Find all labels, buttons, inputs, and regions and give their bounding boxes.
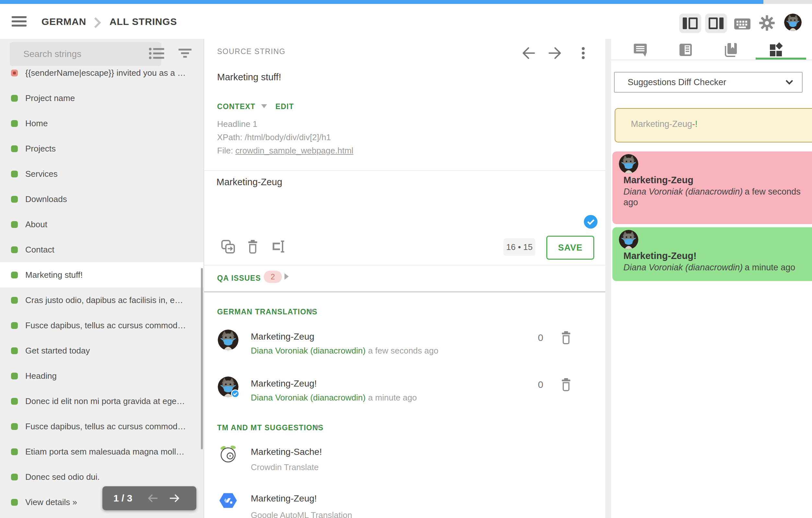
string-status-translated-icon xyxy=(11,145,18,152)
suggestion-source: Google AutoML Translation xyxy=(251,510,352,518)
save-button[interactable]: SAVE xyxy=(546,236,594,260)
divider xyxy=(611,60,812,60)
string-status-translated-icon xyxy=(11,246,18,253)
translation-byline: Diana Voroniak (dianacrowdin)a minute ag… xyxy=(251,393,417,403)
qa-issues-toggle[interactable]: QA ISSUES xyxy=(217,274,261,283)
breadcrumb-strings[interactable]: ALL STRINGS xyxy=(110,16,177,27)
suggestion-source: Crowdin Translate xyxy=(251,462,319,473)
suggestion-text[interactable]: Marketing-Zeug! xyxy=(251,493,317,504)
glossary-book-tab[interactable] xyxy=(723,42,738,58)
diff-added-char: ! xyxy=(695,119,698,129)
next-page-icon[interactable] xyxy=(168,493,181,504)
string-list-item-selected[interactable]: Marketing stuff! xyxy=(0,262,203,287)
string-status-translated-icon xyxy=(11,373,18,379)
previous-string-icon[interactable] xyxy=(520,45,536,61)
avatar xyxy=(619,230,638,249)
crowdin-editor-window: GERMAN ALL STRINGS xyxy=(0,0,812,518)
translation-text[interactable]: Marketing-Zeug xyxy=(251,332,314,342)
string-list-item[interactable]: Get started today xyxy=(0,338,203,363)
chevron-down-icon xyxy=(261,104,267,108)
diff-suggestion-old[interactable]: Marketing-Zeug Diana Voroniak (dianacrow… xyxy=(612,152,812,224)
translation-text[interactable]: Marketing-Zeug! xyxy=(251,378,317,389)
sidebar-scrollbar[interactable] xyxy=(201,268,203,449)
context-xpath: XPath: /html/body/div/div[2]/h1 xyxy=(217,132,331,143)
approved-check-badge[interactable] xyxy=(584,215,598,228)
string-status-translated-icon xyxy=(11,448,18,455)
edit-context-button[interactable]: EDIT xyxy=(276,102,294,111)
suggestion-byline: Diana Voroniak (dianacrowdin)a minute ag… xyxy=(624,262,803,273)
string-list-item[interactable]: Home xyxy=(0,111,203,136)
qa-issues-count-badge: 2 xyxy=(264,271,282,283)
author-link[interactable]: Diana Voroniak (dianacrowdin) xyxy=(251,393,366,402)
context-toggle[interactable]: CONTEXT xyxy=(217,102,255,111)
string-status-translated-icon xyxy=(11,347,18,354)
string-list-item[interactable]: Contact xyxy=(0,237,203,262)
avatar xyxy=(619,154,638,174)
string-list-item[interactable]: Downloads xyxy=(0,186,203,212)
header-bar: GERMAN ALL STRINGS xyxy=(0,4,812,39)
context-file-line: File: crowdin_sample_webpage.html xyxy=(217,146,353,156)
widgets-tab-active[interactable] xyxy=(768,42,784,58)
suggestion-text[interactable]: Marketing-Sache! xyxy=(251,447,322,457)
string-list-item[interactable]: Fusce dapibus, tellus ac cursus commod… xyxy=(0,313,203,338)
comments-tab[interactable] xyxy=(633,42,648,58)
chevron-right-icon xyxy=(92,16,103,29)
filter-icon[interactable] xyxy=(177,47,193,60)
string-status-translated-icon xyxy=(11,423,18,430)
string-list-item[interactable]: Cras justo odio, dapibus ac facilisis in… xyxy=(0,287,203,313)
translations-section-header[interactable]: GERMAN TRANSLATIONS xyxy=(217,308,318,316)
comfortable-layout-button[interactable] xyxy=(705,13,727,33)
list-view-icon[interactable] xyxy=(148,46,165,61)
menu-icon[interactable] xyxy=(12,15,27,28)
clear-translation-icon[interactable] xyxy=(245,239,261,254)
divider xyxy=(204,170,605,171)
more-options-icon[interactable] xyxy=(576,45,591,61)
tm-suggestions-header[interactable]: TM AND MT SUGGESTIONS xyxy=(217,423,323,432)
string-list-item[interactable]: Project name xyxy=(0,86,203,111)
suggestion-text: Marketing-Zeug xyxy=(624,175,693,185)
translation-input[interactable]: Marketing-Zeug xyxy=(216,176,580,236)
author-link[interactable]: Diana Voroniak (dianacrowdin) xyxy=(251,346,366,356)
string-status-translated-icon xyxy=(11,499,18,506)
panel-right-icon xyxy=(719,18,724,29)
diff-suggestion-new[interactable]: Marketing-Zeug! Diana Voroniak (dianacro… xyxy=(612,227,812,281)
copy-source-icon[interactable] xyxy=(220,239,236,254)
string-list-item[interactable]: About xyxy=(0,212,203,237)
string-list-item[interactable]: Donec sed odio dui. xyxy=(0,464,203,489)
string-list-item[interactable]: {{senderName|escape}} invited you as a … xyxy=(0,60,203,86)
page-indicator: 1 / 3 xyxy=(113,493,132,504)
source-string-text: Marketing stuff! xyxy=(217,72,281,83)
string-list-item[interactable]: Heading xyxy=(0,363,203,389)
string-status-translated-icon xyxy=(11,398,18,405)
diff-preview-box: Marketing-Zeug-! xyxy=(615,108,812,143)
chevron-right-icon xyxy=(285,273,289,280)
delete-translation-icon[interactable] xyxy=(559,330,573,346)
string-list-item[interactable]: Donec id elit non mi porta gravida at eg… xyxy=(0,389,203,414)
side-by-side-layout-button[interactable] xyxy=(679,13,701,33)
chevron-down-icon xyxy=(309,309,314,313)
avatar xyxy=(218,330,238,350)
prev-page-icon[interactable] xyxy=(146,493,160,504)
string-status-translated-icon xyxy=(11,322,18,329)
string-list-item[interactable]: Etiam porta sem malesuada magna moll… xyxy=(0,439,203,464)
string-status-translated-icon xyxy=(11,272,18,278)
pagination-pill: 1 / 3 xyxy=(103,486,196,510)
string-list-item[interactable]: Projects xyxy=(0,136,203,161)
context-line: Headline 1 xyxy=(217,119,257,129)
context-article-tab[interactable] xyxy=(678,42,693,58)
string-list-item[interactable]: Fusce dapibus, tellus ac cursus commod… xyxy=(0,414,203,439)
google-automl-icon xyxy=(219,491,237,510)
file-link[interactable]: crowdin_sample_webpage.html xyxy=(235,146,353,155)
keyboard-shortcuts-icon[interactable] xyxy=(733,18,751,30)
string-list-item[interactable]: Services xyxy=(0,161,203,186)
panel-left-icon xyxy=(683,18,687,29)
settings-gear-icon[interactable] xyxy=(759,15,775,31)
next-string-icon[interactable] xyxy=(547,45,563,61)
crowdin-translate-icon xyxy=(219,445,237,463)
delete-translation-icon[interactable] xyxy=(559,377,573,393)
select-text-icon[interactable] xyxy=(271,239,286,254)
chevron-down-icon xyxy=(314,425,320,429)
suggestions-view-select[interactable]: Suggestions Diff Checker xyxy=(614,72,803,93)
user-avatar[interactable] xyxy=(784,13,802,31)
breadcrumb-language[interactable]: GERMAN xyxy=(41,16,86,27)
